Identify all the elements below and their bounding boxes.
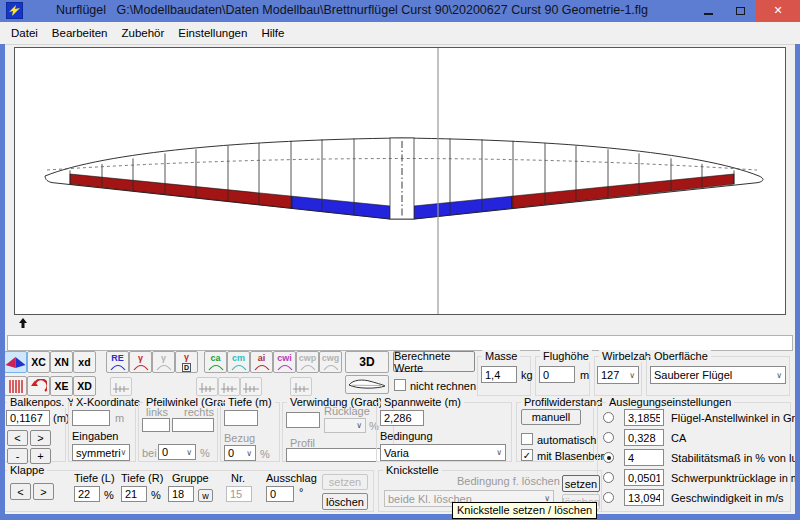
chevron-down-icon: ∨: [121, 448, 127, 457]
menu-zubehoer[interactable]: Zubehör: [114, 24, 171, 42]
close-button[interactable]: ✕: [756, 0, 800, 21]
menu-hilfe[interactable]: Hilfe: [254, 24, 291, 42]
geschwindigkeit-label: Geschwindigkeit in m/s: [671, 492, 784, 504]
balkenpos-input[interactable]: [6, 410, 50, 426]
cwi-plot-button[interactable]: cwi: [273, 351, 296, 373]
axis-icon-button[interactable]: [218, 377, 240, 396]
nicht-rechnen-checkbox[interactable]: [394, 379, 406, 391]
pfeilwinkel-rechts-label: rechts: [184, 406, 214, 418]
tiefe-r-input[interactable]: [121, 486, 147, 502]
pfeilwinkel-rechts-input[interactable]: [172, 418, 214, 432]
airfoil-button[interactable]: [345, 375, 389, 394]
ruecklage-dropdown[interactable]: ∨: [324, 418, 366, 433]
klappe-prev-button[interactable]: <: [10, 483, 31, 500]
ausschlag-input[interactable]: [266, 486, 294, 502]
bedingung-dropdown[interactable]: Varia∨: [380, 444, 506, 461]
ai-plot-button[interactable]: ai: [250, 351, 273, 373]
oberflaeche-dropdown[interactable]: Sauberer Flügel∨: [650, 366, 786, 384]
balkenpos-next-button[interactable]: >: [30, 430, 51, 446]
wing-drawing-canvas[interactable]: [14, 47, 786, 315]
xc-button[interactable]: XC: [27, 351, 50, 373]
cwp-plot-button[interactable]: cwp: [296, 351, 319, 373]
ruecklage-label: Rücklage: [324, 405, 370, 417]
ca-radio[interactable]: [603, 432, 614, 443]
klappe-next-button[interactable]: >: [33, 483, 54, 500]
eingaben-mode-dropdown[interactable]: symmetri∨: [72, 444, 130, 461]
window-border-right: [795, 44, 800, 520]
axis-icon-button[interactable]: [290, 377, 312, 396]
gamma-plot-button-disabled[interactable]: γ: [152, 351, 175, 373]
menu-bar: Datei Bearbeiten Zubehör Einstellungen H…: [0, 22, 800, 45]
menu-bearbeiten[interactable]: Bearbeiten: [45, 24, 115, 42]
xkoordinate-unit: m: [115, 412, 124, 424]
cwg-plot-button[interactable]: cwg: [319, 351, 342, 373]
minimize-button[interactable]: [694, 0, 722, 21]
tiefe-r-percent: %: [151, 489, 161, 501]
bei-dropdown[interactable]: 0∨: [158, 444, 196, 460]
flughoehe-label: Flughöhe: [540, 350, 592, 362]
ca-plot-button[interactable]: ca: [204, 351, 227, 373]
stabilitaetsmass-radio[interactable]: [603, 452, 614, 463]
re-plot-button[interactable]: RE: [106, 351, 129, 373]
maximize-icon: [736, 7, 745, 15]
profil-input[interactable]: [286, 448, 390, 462]
balkenpos-plus-button[interactable]: +: [30, 448, 51, 464]
xd2-button[interactable]: XD: [73, 376, 96, 396]
bezug-dropdown[interactable]: 0∨: [224, 445, 256, 461]
ribs-button[interactable]: [4, 376, 27, 396]
gruppe-input[interactable]: [168, 486, 194, 502]
axis-icon: [112, 379, 130, 394]
anstellwinkel-input[interactable]: [624, 409, 664, 426]
schwerpunkt-input[interactable]: [624, 469, 664, 486]
menu-einstellungen[interactable]: Einstellungen: [171, 24, 254, 42]
pfeilwinkel-links-label: links: [146, 406, 168, 418]
bedingung-label: Bedingung: [380, 430, 433, 442]
gamma-d-button[interactable]: γ D: [175, 351, 198, 373]
tiefe-r-label: Tiefe (R): [121, 472, 163, 484]
xkoordinate-input[interactable]: [72, 410, 110, 426]
verwindung-input[interactable]: [286, 412, 320, 428]
flughoehe-input[interactable]: [539, 366, 575, 383]
wirbelzahl-dropdown[interactable]: 127∨: [597, 366, 639, 384]
xn-button[interactable]: XN: [50, 351, 73, 373]
blasenber-checkbox[interactable]: ✓: [521, 449, 533, 461]
wing-view-button[interactable]: [4, 351, 27, 373]
knickstelle-setzen-button[interactable]: setzen: [562, 475, 600, 492]
geschwindigkeit-radio[interactable]: [603, 492, 614, 503]
menu-datei[interactable]: Datei: [4, 24, 45, 42]
undo-button[interactable]: [27, 376, 50, 396]
balkenpos-minus-button[interactable]: -: [7, 448, 28, 464]
klappe-setzen-button[interactable]: setzen: [322, 474, 368, 490]
balkenpos-prev-button[interactable]: <: [7, 430, 28, 446]
automatisch-checkbox[interactable]: [521, 433, 533, 445]
geschwindigkeit-input[interactable]: [624, 489, 664, 506]
manuell-button[interactable]: manuell: [521, 409, 581, 425]
tiefe-l-input[interactable]: [74, 486, 100, 502]
axis-icon-button[interactable]: [240, 377, 262, 396]
tiefe-input[interactable]: [224, 410, 258, 426]
view-3d-button[interactable]: 3D: [345, 351, 389, 373]
nr-input[interactable]: [226, 486, 252, 502]
stripes-icon: [8, 380, 23, 393]
undo-icon: [31, 379, 47, 393]
stabilitaetsmass-input[interactable]: [624, 449, 664, 466]
ca-input[interactable]: [624, 429, 664, 446]
masse-input[interactable]: [481, 366, 517, 383]
bezug-percent: %: [260, 448, 270, 460]
spannweite-input[interactable]: [380, 410, 424, 426]
xe-button[interactable]: XE: [50, 376, 73, 396]
pfeilwinkel-links-input[interactable]: [142, 418, 170, 432]
gamma-plot-button[interactable]: γ: [129, 351, 152, 373]
maximize-button[interactable]: [726, 0, 754, 21]
berechnete-werte-button[interactable]: Berechnete Werte: [393, 351, 475, 372]
anstellwinkel-radio[interactable]: [603, 412, 614, 423]
axis-icon-button[interactable]: [196, 377, 218, 396]
curve-icon: [208, 364, 224, 371]
klappe-loeschen-button[interactable]: löschen: [322, 493, 368, 510]
xd-button[interactable]: xd: [73, 351, 96, 373]
axis-icon-button[interactable]: [110, 377, 132, 396]
position-marker[interactable]: [19, 318, 28, 331]
cm-plot-button[interactable]: cm: [227, 351, 250, 373]
gruppe-w-button[interactable]: w: [198, 489, 213, 502]
schwerpunkt-radio[interactable]: [603, 472, 614, 483]
